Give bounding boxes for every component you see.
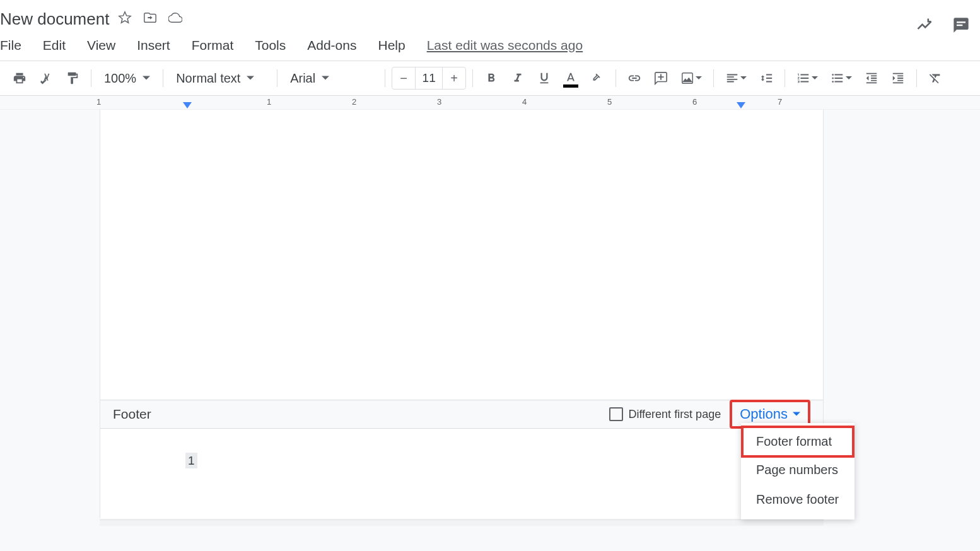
font-size-increase[interactable]: + [443, 67, 465, 89]
options-label: Options [740, 406, 788, 422]
increase-indent-button[interactable] [886, 66, 910, 90]
menu-remove-footer[interactable]: Remove footer [741, 485, 855, 514]
activity-icon[interactable] [916, 16, 933, 37]
decrease-indent-button[interactable] [860, 66, 884, 90]
ruler-number: 1 [267, 97, 271, 107]
font-size-input[interactable] [415, 67, 443, 89]
menu-footer-format[interactable]: Footer format [741, 426, 855, 458]
separator [91, 69, 91, 87]
star-icon[interactable] [118, 11, 132, 27]
bold-button[interactable] [479, 66, 503, 90]
menu-help[interactable]: Help [378, 38, 405, 53]
zoom-value: 100% [104, 71, 136, 86]
italic-button[interactable] [506, 66, 530, 90]
ruler-right-marker[interactable] [737, 102, 745, 108]
spellcheck-button[interactable] [34, 66, 58, 90]
font-size-decrease[interactable]: − [392, 67, 415, 89]
bullet-list-button[interactable] [825, 66, 857, 90]
page-number[interactable]: 1 [185, 453, 197, 468]
svg-rect-1 [957, 25, 962, 26]
move-icon[interactable] [143, 11, 157, 27]
highlight-button[interactable] [585, 66, 609, 90]
cloud-icon[interactable] [168, 11, 182, 27]
image-button[interactable] [675, 66, 707, 90]
different-first-page-control[interactable]: Different first page [609, 407, 721, 421]
ruler-left-marker[interactable] [183, 102, 192, 108]
title-row: New document [0, 5, 980, 33]
top-right-icons [916, 16, 970, 37]
menu-view[interactable]: View [87, 38, 115, 53]
ruler-number: 5 [607, 97, 612, 107]
font-value: Arial [290, 71, 315, 86]
checkbox-icon[interactable] [609, 407, 623, 421]
menu-insert[interactable]: Insert [137, 38, 170, 53]
footer-options-menu: Footer format Page numbers Remove footer [741, 423, 855, 519]
header: New document File Edit View Insert Forma… [0, 0, 980, 61]
font-size-group: − + [392, 67, 466, 90]
separator [785, 69, 785, 87]
ruler-number: 4 [522, 97, 527, 107]
comments-icon[interactable] [952, 16, 970, 37]
clear-format-button[interactable] [923, 66, 947, 90]
style-value: Normal text [176, 71, 240, 86]
separator [277, 69, 277, 87]
style-dropdown[interactable]: Normal text [170, 66, 271, 90]
footer-content[interactable]: 1 [100, 429, 823, 517]
menu-file[interactable]: File [0, 38, 21, 53]
ruler-number: 7 [778, 97, 782, 107]
menu-addons[interactable]: Add-ons [307, 38, 356, 53]
paint-format-button[interactable] [61, 66, 85, 90]
zoom-dropdown[interactable]: 100% [98, 66, 156, 90]
link-button[interactable] [622, 66, 646, 90]
page[interactable]: Footer Different first page Options 1 [100, 110, 824, 518]
checkbox-label: Different first page [628, 408, 721, 421]
svg-rect-0 [957, 21, 965, 23]
title-icons [118, 11, 182, 27]
ruler-number: 6 [692, 97, 697, 107]
ruler-number: 1 [96, 97, 101, 107]
line-spacing-button[interactable] [754, 66, 778, 90]
ruler-number: 2 [352, 97, 356, 107]
ruler-number: 3 [437, 97, 441, 107]
separator [163, 69, 163, 87]
separator [713, 69, 714, 87]
print-button[interactable] [8, 66, 32, 90]
menu-edit[interactable]: Edit [43, 38, 66, 53]
menubar: File Edit View Insert Format Tools Add-o… [0, 33, 980, 61]
footer-bar: Footer Different first page Options [100, 400, 823, 429]
numbered-list-button[interactable] [791, 66, 823, 90]
ruler[interactable]: 1 1 2 3 4 5 6 7 [0, 96, 980, 110]
footer-label: Footer [113, 407, 151, 422]
separator [916, 69, 917, 87]
underline-button[interactable] [532, 66, 556, 90]
document-title[interactable]: New document [0, 9, 109, 29]
last-edit-link[interactable]: Last edit was seconds ago [427, 38, 583, 53]
chevron-down-icon [793, 410, 800, 418]
page-gap [100, 519, 824, 526]
text-color-button[interactable] [559, 66, 583, 90]
comment-button[interactable] [649, 66, 673, 90]
menu-tools[interactable]: Tools [255, 38, 286, 53]
separator [472, 69, 473, 87]
toolbar: 100% Normal text Arial − + [0, 61, 980, 96]
font-dropdown[interactable]: Arial [284, 66, 378, 90]
separator [385, 69, 385, 87]
menu-format[interactable]: Format [192, 38, 234, 53]
separator [615, 69, 616, 87]
align-button[interactable] [720, 66, 752, 90]
menu-page-numbers[interactable]: Page numbers [741, 455, 855, 485]
